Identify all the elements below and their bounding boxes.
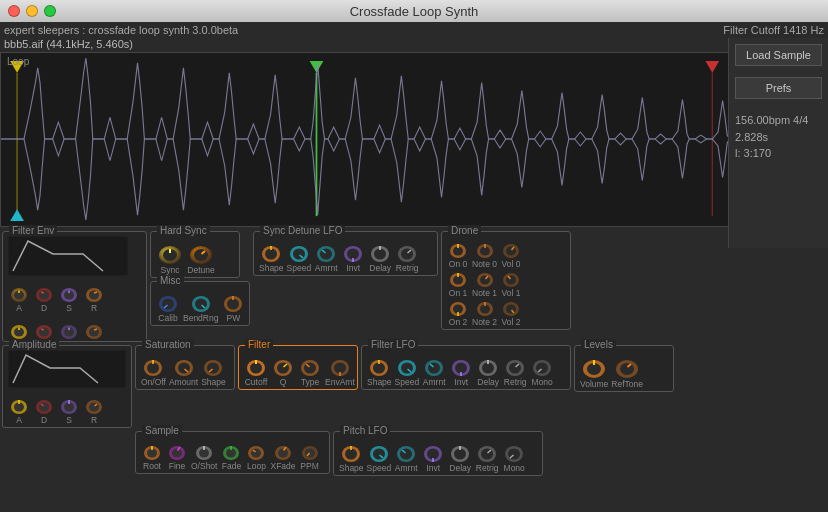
levels-volume[interactable] (580, 356, 608, 378)
svg-line-32 (94, 329, 97, 330)
filter-type[interactable] (298, 356, 322, 376)
filter-cutoff[interactable] (244, 356, 268, 376)
svg-point-134 (428, 363, 440, 374)
knob-d2[interactable] (33, 321, 55, 339)
svg-point-182 (400, 449, 412, 460)
svg-point-110 (178, 363, 190, 374)
panels-area: Filter Env (0, 231, 828, 476)
plfo-retrig[interactable] (475, 442, 499, 462)
close-button[interactable] (8, 5, 20, 17)
waveform-display: Loop (0, 52, 828, 227)
amp-knob-d[interactable] (33, 396, 55, 414)
knob-detune[interactable] (187, 242, 215, 264)
knob-sd-retrig[interactable] (395, 242, 419, 262)
plfo-invt[interactable] (421, 442, 445, 462)
knob-s[interactable] (58, 284, 80, 302)
plfo-shape[interactable] (339, 442, 363, 462)
svg-point-128 (373, 363, 385, 374)
flfo-amrnt[interactable] (422, 356, 446, 376)
sample-loop[interactable] (245, 442, 267, 460)
knob-d[interactable] (33, 284, 55, 302)
minimize-button[interactable] (26, 5, 38, 17)
sat-shape[interactable] (201, 356, 225, 376)
amp-knob-r[interactable] (83, 396, 105, 414)
knob-s-col: S (58, 284, 80, 313)
sat-onoff[interactable] (141, 356, 165, 376)
plfo-delay[interactable] (448, 442, 472, 462)
file-info: bbb5.aif (44.1kHz, 5.460s) (0, 38, 828, 50)
filter-q[interactable] (271, 356, 295, 376)
knob-a2[interactable] (8, 321, 30, 339)
knob-a[interactable] (8, 284, 30, 302)
knob-pw[interactable] (221, 292, 245, 312)
drone-vol2[interactable] (500, 300, 522, 316)
knob-sd-amrnt[interactable] (314, 242, 338, 262)
flfo-retrig[interactable] (503, 356, 527, 376)
knob-r2[interactable] (83, 321, 105, 339)
sample-fade[interactable] (220, 442, 242, 460)
svg-point-170 (278, 449, 288, 458)
knob-sd-invt[interactable] (341, 242, 365, 262)
knob-sd-shape[interactable] (259, 242, 283, 262)
amp-knob-s[interactable] (58, 396, 80, 414)
plfo-mono[interactable] (502, 442, 526, 462)
knob-r[interactable] (83, 284, 105, 302)
drone-on1[interactable] (447, 271, 469, 287)
prefs-button[interactable]: Prefs (735, 77, 822, 99)
knob-bendrng[interactable] (189, 292, 213, 312)
sample-ppm[interactable] (299, 442, 321, 460)
svg-point-31 (89, 328, 99, 337)
drone-vol0[interactable] (500, 242, 522, 258)
knob-sync[interactable] (156, 242, 184, 264)
drone-note1[interactable] (474, 271, 496, 287)
sample-xfade[interactable] (272, 442, 294, 460)
svg-point-104 (89, 403, 99, 412)
amp-knob-a[interactable] (8, 396, 30, 414)
svg-point-167 (251, 449, 261, 458)
hard-sync-title: Hard Sync (157, 225, 210, 236)
drone-note0[interactable] (474, 242, 496, 258)
flfo-delay[interactable] (476, 356, 500, 376)
knob-sd-speed[interactable] (287, 242, 311, 262)
sample-fine[interactable] (166, 442, 188, 460)
flfo-mono[interactable] (530, 356, 554, 376)
svg-line-26 (41, 329, 44, 330)
env-shape-display (8, 236, 128, 276)
sync-detune-lfo-knobs: Shape Speed (259, 236, 432, 273)
drone-on2[interactable] (447, 300, 469, 316)
filter-envamt[interactable] (328, 356, 352, 376)
svg-point-179 (373, 449, 385, 460)
svg-point-43 (195, 299, 207, 310)
misc-panel: Misc Calib (150, 281, 250, 326)
maximize-button[interactable] (44, 5, 56, 17)
svg-point-91 (506, 305, 516, 314)
knob-sd-delay[interactable] (368, 242, 392, 262)
info-bar: expert sleepers : crossfade loop synth 3… (0, 22, 828, 38)
svg-point-116 (250, 363, 262, 374)
svg-point-173 (305, 449, 315, 458)
sample-oshot[interactable] (193, 442, 215, 460)
levels-panel: Levels Volume (574, 345, 674, 392)
flfo-invt[interactable] (449, 356, 473, 376)
drone-panel: Drone On 0 (441, 231, 571, 330)
sync-detune-lfo-title: Sync Detune LFO (260, 225, 345, 236)
window-title: Crossfade Loop Synth (350, 4, 479, 19)
plfo-amrnt[interactable] (394, 442, 418, 462)
pitch-lfo-panel: Pitch LFO Shape (333, 431, 543, 476)
hard-sync-knobs: Sync Detune (156, 236, 234, 275)
knob-s2[interactable] (58, 321, 80, 339)
levels-reftone[interactable] (613, 356, 641, 378)
knob-calib[interactable] (156, 292, 180, 312)
sat-amount[interactable] (172, 356, 196, 376)
sample-root[interactable] (141, 442, 163, 460)
amplitude-panel: Amplitude A (2, 345, 132, 428)
plfo-speed[interactable] (367, 442, 391, 462)
drone-on0[interactable] (447, 242, 469, 258)
drone-note2[interactable] (474, 300, 496, 316)
flfo-speed[interactable] (395, 356, 419, 376)
drone-vol1[interactable] (500, 271, 522, 287)
load-sample-button[interactable]: Load Sample (735, 44, 822, 66)
flfo-shape[interactable] (367, 356, 391, 376)
window-controls[interactable] (8, 5, 56, 17)
svg-point-55 (320, 249, 332, 260)
